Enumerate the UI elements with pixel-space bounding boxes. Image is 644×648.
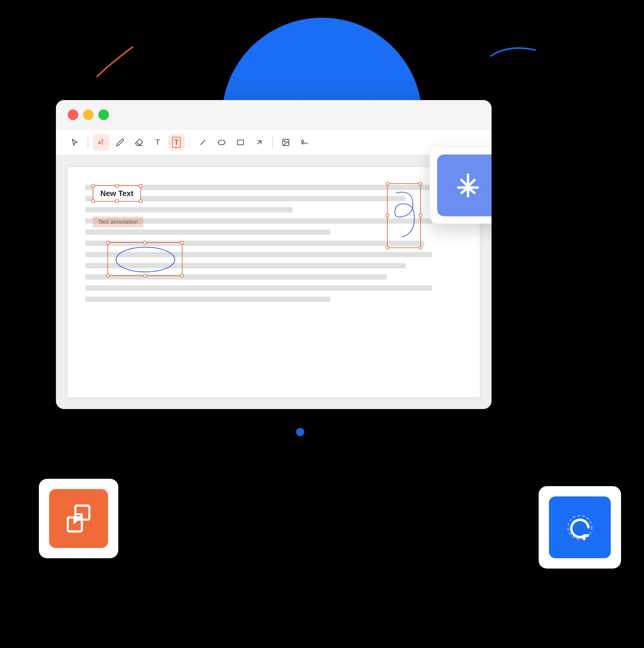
deco-curve-red bbox=[85, 41, 144, 83]
title-bar bbox=[56, 100, 491, 129]
line-tool[interactable] bbox=[195, 134, 211, 151]
ellipse-shape bbox=[108, 243, 182, 275]
ellipse-annotation-container[interactable] bbox=[107, 242, 182, 276]
text-highlight-annotation[interactable]: Text annotation bbox=[93, 217, 143, 227]
text-box-tool[interactable]: T bbox=[168, 134, 185, 151]
text-annotation-label: Text annotation bbox=[98, 219, 138, 225]
arrange-pages-card[interactable] bbox=[430, 147, 491, 224]
text-line bbox=[85, 207, 292, 212]
rotate-icon-bg bbox=[549, 496, 611, 558]
handle-bl[interactable] bbox=[106, 274, 110, 277]
browser-window: T T bbox=[56, 100, 491, 409]
highlight-tool[interactable] bbox=[93, 134, 109, 151]
svg-line-3 bbox=[258, 141, 261, 144]
freehand-annotation-container[interactable] bbox=[387, 183, 421, 248]
handle-bm[interactable] bbox=[143, 274, 147, 277]
select-tool[interactable] bbox=[66, 134, 83, 151]
compress-icon bbox=[62, 502, 95, 535]
content-area: New Text Text annotation bbox=[56, 155, 491, 409]
ellipse-tool[interactable] bbox=[213, 134, 230, 151]
handle-mr[interactable] bbox=[419, 214, 422, 218]
image-tool[interactable] bbox=[277, 134, 294, 151]
handle-tl[interactable] bbox=[106, 241, 110, 245]
newtext-label: New Text bbox=[100, 189, 133, 198]
svg-rect-2 bbox=[237, 140, 244, 145]
close-button[interactable] bbox=[68, 109, 78, 120]
compress-icon-bg bbox=[49, 489, 108, 548]
handle-tl[interactable] bbox=[91, 184, 95, 188]
arrange-pages-icon-bg bbox=[437, 155, 491, 216]
rectangle-tool[interactable] bbox=[232, 134, 249, 151]
text-line bbox=[85, 285, 432, 291]
rotate-icon bbox=[564, 511, 596, 544]
toolbar-separator-1 bbox=[88, 137, 88, 148]
signature-tool[interactable] bbox=[297, 134, 313, 151]
newtext-annotation[interactable]: New Text bbox=[93, 185, 141, 202]
pencil-tool[interactable] bbox=[112, 134, 128, 151]
handle-br[interactable] bbox=[180, 274, 184, 277]
toolbar: T T bbox=[56, 129, 491, 155]
handle-tm[interactable] bbox=[143, 241, 147, 245]
svg-point-5 bbox=[284, 141, 285, 142]
handle-tm[interactable] bbox=[115, 184, 119, 188]
handle-bl[interactable] bbox=[91, 199, 95, 203]
minimize-button[interactable] bbox=[83, 109, 94, 120]
deco-curve-blue bbox=[485, 38, 544, 68]
handle-bl[interactable] bbox=[386, 246, 389, 250]
arrange-pages-icon bbox=[452, 169, 484, 202]
window-controls bbox=[68, 109, 109, 120]
handle-br[interactable] bbox=[419, 246, 422, 250]
text-line bbox=[85, 229, 330, 235]
handle-tl[interactable] bbox=[386, 182, 389, 186]
handle-tr[interactable] bbox=[180, 241, 184, 245]
document-page: New Text Text annotation bbox=[68, 167, 480, 397]
freehand-shape bbox=[388, 184, 420, 248]
rotate-pdf-card[interactable] bbox=[539, 486, 621, 569]
arrow-tool[interactable] bbox=[251, 134, 268, 151]
text-tool[interactable]: T bbox=[150, 134, 166, 151]
compress-pdf-card[interactable] bbox=[39, 479, 118, 558]
text-line bbox=[85, 296, 330, 302]
toolbar-separator-3 bbox=[272, 137, 273, 148]
maximize-button[interactable] bbox=[98, 109, 109, 120]
handle-bm[interactable] bbox=[115, 199, 119, 203]
svg-line-0 bbox=[201, 140, 205, 145]
toolbar-separator-2 bbox=[190, 137, 190, 148]
svg-point-1 bbox=[218, 140, 225, 145]
eraser-tool[interactable] bbox=[131, 134, 147, 151]
handle-tr[interactable] bbox=[419, 182, 422, 186]
bg-dot bbox=[296, 428, 304, 436]
handle-ml[interactable] bbox=[386, 214, 389, 218]
svg-point-6 bbox=[116, 247, 175, 272]
